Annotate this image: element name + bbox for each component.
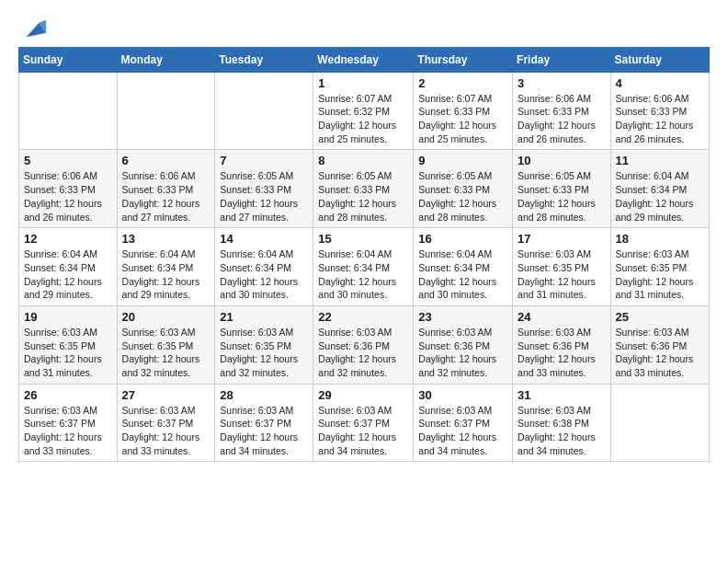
- day-number: 20: [122, 310, 210, 324]
- day-info: Sunrise: 6:03 AM Sunset: 6:35 PM Dayligh…: [220, 326, 308, 380]
- calendar-cell: 18Sunrise: 6:03 AM Sunset: 6:35 PM Dayli…: [610, 228, 709, 306]
- calendar-cell: 9Sunrise: 6:05 AM Sunset: 6:33 PM Daylig…: [414, 150, 513, 228]
- day-info: Sunrise: 6:04 AM Sunset: 6:34 PM Dayligh…: [24, 247, 112, 302]
- day-number: 7: [220, 154, 308, 167]
- day-number: 16: [418, 232, 507, 246]
- day-info: Sunrise: 6:04 AM Sunset: 6:34 PM Dayligh…: [220, 247, 308, 302]
- day-number: 17: [518, 232, 606, 246]
- day-info: Sunrise: 6:03 AM Sunset: 6:36 PM Dayligh…: [518, 326, 606, 380]
- calendar-cell: [215, 72, 313, 150]
- calendar-cell: 17Sunrise: 6:03 AM Sunset: 6:35 PM Dayli…: [513, 228, 611, 306]
- day-number: 8: [318, 154, 408, 167]
- calendar-cell: [19, 72, 118, 150]
- day-info: Sunrise: 6:03 AM Sunset: 6:36 PM Dayligh…: [318, 326, 408, 380]
- day-info: Sunrise: 6:03 AM Sunset: 6:38 PM Dayligh…: [518, 404, 606, 458]
- day-number: 14: [220, 232, 308, 246]
- weekday-header-saturday: Saturday: [610, 47, 709, 72]
- day-info: Sunrise: 6:06 AM Sunset: 6:33 PM Dayligh…: [518, 92, 606, 146]
- weekday-header-tuesday: Tuesday: [215, 47, 313, 72]
- day-number: 3: [518, 76, 606, 90]
- day-number: 11: [616, 154, 704, 167]
- weekday-header-friday: Friday: [513, 47, 611, 72]
- day-info: Sunrise: 6:03 AM Sunset: 6:37 PM Dayligh…: [122, 404, 210, 458]
- calendar-cell: 4Sunrise: 6:06 AM Sunset: 6:33 PM Daylig…: [610, 72, 709, 150]
- day-info: Sunrise: 6:03 AM Sunset: 6:37 PM Dayligh…: [24, 404, 112, 458]
- calendar-table: SundayMondayTuesdayWednesdayThursdayFrid…: [18, 47, 710, 463]
- day-info: Sunrise: 6:05 AM Sunset: 6:33 PM Dayligh…: [518, 169, 606, 224]
- calendar-cell: 30Sunrise: 6:03 AM Sunset: 6:37 PM Dayli…: [414, 384, 513, 462]
- day-info: Sunrise: 6:03 AM Sunset: 6:37 PM Dayligh…: [220, 404, 308, 458]
- day-number: 15: [318, 232, 408, 246]
- calendar-cell: 24Sunrise: 6:03 AM Sunset: 6:36 PM Dayli…: [513, 305, 611, 384]
- logo: [18, 18, 48, 38]
- day-info: Sunrise: 6:07 AM Sunset: 6:33 PM Dayligh…: [418, 92, 507, 146]
- calendar-cell: 11Sunrise: 6:04 AM Sunset: 6:34 PM Dayli…: [610, 150, 709, 228]
- day-info: Sunrise: 6:03 AM Sunset: 6:36 PM Dayligh…: [418, 326, 507, 380]
- day-info: Sunrise: 6:03 AM Sunset: 6:35 PM Dayligh…: [616, 247, 704, 302]
- day-info: Sunrise: 6:05 AM Sunset: 6:33 PM Dayligh…: [318, 169, 408, 224]
- day-number: 31: [518, 388, 606, 402]
- day-number: 18: [616, 232, 704, 246]
- day-number: 2: [418, 76, 507, 90]
- day-info: Sunrise: 6:07 AM Sunset: 6:32 PM Dayligh…: [318, 92, 408, 146]
- calendar-cell: 15Sunrise: 6:04 AM Sunset: 6:34 PM Dayli…: [313, 228, 414, 306]
- day-number: 12: [24, 232, 112, 246]
- calendar-cell: 29Sunrise: 6:03 AM Sunset: 6:37 PM Dayli…: [313, 384, 414, 462]
- calendar-cell: 21Sunrise: 6:03 AM Sunset: 6:35 PM Dayli…: [215, 305, 313, 384]
- day-info: Sunrise: 6:04 AM Sunset: 6:34 PM Dayligh…: [616, 169, 704, 224]
- weekday-header-sunday: Sunday: [19, 47, 118, 72]
- day-info: Sunrise: 6:04 AM Sunset: 6:34 PM Dayligh…: [418, 247, 507, 302]
- day-info: Sunrise: 6:06 AM Sunset: 6:33 PM Dayligh…: [616, 92, 704, 146]
- day-info: Sunrise: 6:05 AM Sunset: 6:33 PM Dayligh…: [418, 169, 507, 224]
- day-number: 19: [24, 310, 112, 324]
- day-info: Sunrise: 6:05 AM Sunset: 6:33 PM Dayligh…: [220, 169, 308, 224]
- calendar-cell: 10Sunrise: 6:05 AM Sunset: 6:33 PM Dayli…: [513, 150, 611, 228]
- calendar-cell: 12Sunrise: 6:04 AM Sunset: 6:34 PM Dayli…: [19, 228, 118, 306]
- day-info: Sunrise: 6:03 AM Sunset: 6:37 PM Dayligh…: [418, 404, 507, 458]
- day-info: Sunrise: 6:06 AM Sunset: 6:33 PM Dayligh…: [122, 169, 210, 224]
- day-number: 27: [122, 388, 210, 402]
- calendar-cell: [117, 72, 215, 150]
- weekday-header-wednesday: Wednesday: [313, 47, 414, 72]
- calendar-cell: 20Sunrise: 6:03 AM Sunset: 6:35 PM Dayli…: [117, 305, 215, 384]
- calendar-cell: 25Sunrise: 6:03 AM Sunset: 6:36 PM Dayli…: [610, 305, 709, 384]
- day-info: Sunrise: 6:04 AM Sunset: 6:34 PM Dayligh…: [122, 247, 210, 302]
- calendar-cell: 19Sunrise: 6:03 AM Sunset: 6:35 PM Dayli…: [19, 305, 118, 384]
- calendar-cell: 31Sunrise: 6:03 AM Sunset: 6:38 PM Dayli…: [513, 384, 611, 462]
- calendar-cell: 16Sunrise: 6:04 AM Sunset: 6:34 PM Dayli…: [414, 228, 513, 306]
- day-info: Sunrise: 6:03 AM Sunset: 6:37 PM Dayligh…: [318, 404, 408, 458]
- day-info: Sunrise: 6:03 AM Sunset: 6:36 PM Dayligh…: [616, 326, 704, 380]
- day-number: 26: [24, 388, 112, 402]
- day-number: 5: [24, 154, 112, 167]
- calendar-cell: 5Sunrise: 6:06 AM Sunset: 6:33 PM Daylig…: [19, 150, 118, 228]
- weekday-header-thursday: Thursday: [414, 47, 513, 72]
- day-number: 25: [616, 310, 704, 324]
- calendar-cell: 1Sunrise: 6:07 AM Sunset: 6:32 PM Daylig…: [313, 72, 414, 150]
- calendar-cell: 2Sunrise: 6:07 AM Sunset: 6:33 PM Daylig…: [414, 72, 513, 150]
- day-number: 30: [418, 388, 507, 402]
- calendar-cell: 14Sunrise: 6:04 AM Sunset: 6:34 PM Dayli…: [215, 228, 313, 306]
- day-number: 6: [122, 154, 210, 167]
- day-number: 28: [220, 388, 308, 402]
- calendar-cell: 6Sunrise: 6:06 AM Sunset: 6:33 PM Daylig…: [117, 150, 215, 228]
- calendar-cell: [610, 384, 709, 462]
- calendar-cell: 8Sunrise: 6:05 AM Sunset: 6:33 PM Daylig…: [313, 150, 414, 228]
- day-number: 29: [318, 388, 408, 402]
- day-number: 9: [418, 154, 507, 167]
- day-number: 13: [122, 232, 210, 246]
- page-header: [18, 18, 710, 38]
- calendar-cell: 23Sunrise: 6:03 AM Sunset: 6:36 PM Dayli…: [414, 305, 513, 384]
- calendar-cell: 13Sunrise: 6:04 AM Sunset: 6:34 PM Dayli…: [117, 228, 215, 306]
- weekday-header-monday: Monday: [117, 47, 215, 72]
- day-number: 1: [318, 76, 408, 90]
- day-number: 24: [518, 310, 606, 324]
- calendar-cell: 22Sunrise: 6:03 AM Sunset: 6:36 PM Dayli…: [313, 305, 414, 384]
- day-info: Sunrise: 6:04 AM Sunset: 6:34 PM Dayligh…: [318, 247, 408, 302]
- day-number: 21: [220, 310, 308, 324]
- calendar-cell: 26Sunrise: 6:03 AM Sunset: 6:37 PM Dayli…: [19, 384, 118, 462]
- calendar-cell: 7Sunrise: 6:05 AM Sunset: 6:33 PM Daylig…: [215, 150, 313, 228]
- calendar-cell: 28Sunrise: 6:03 AM Sunset: 6:37 PM Dayli…: [215, 384, 313, 462]
- day-info: Sunrise: 6:03 AM Sunset: 6:35 PM Dayligh…: [518, 247, 606, 302]
- calendar-cell: 3Sunrise: 6:06 AM Sunset: 6:33 PM Daylig…: [513, 72, 611, 150]
- day-info: Sunrise: 6:06 AM Sunset: 6:33 PM Dayligh…: [24, 169, 112, 224]
